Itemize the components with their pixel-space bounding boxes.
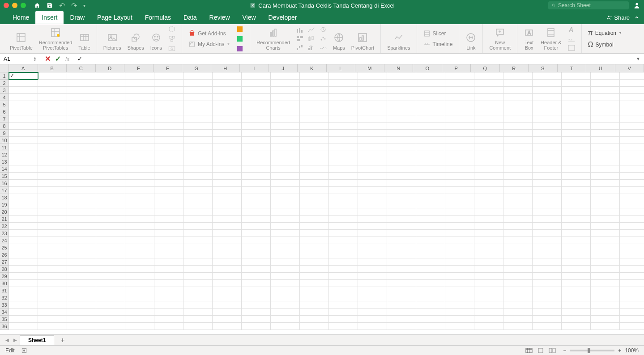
cell[interactable] (300, 237, 329, 244)
cell[interactable] (591, 158, 620, 165)
cell[interactable] (213, 158, 242, 165)
cell[interactable] (154, 266, 183, 273)
cell[interactable] (154, 165, 183, 173)
row-header[interactable]: 6 (0, 108, 9, 115)
cell[interactable] (503, 294, 533, 301)
cell[interactable] (358, 244, 387, 251)
cell[interactable] (503, 273, 533, 280)
cell[interactable] (387, 80, 416, 87)
cell[interactable] (503, 137, 533, 144)
cell[interactable] (387, 258, 416, 266)
cell[interactable] (533, 230, 562, 237)
cell[interactable] (96, 309, 125, 316)
cell[interactable] (242, 208, 271, 216)
cell[interactable] (271, 130, 300, 137)
cell[interactable] (562, 223, 591, 230)
column-header[interactable]: F (154, 64, 183, 72)
cell[interactable] (591, 323, 620, 330)
cell[interactable] (9, 201, 38, 208)
cell[interactable] (9, 258, 38, 266)
cell[interactable] (96, 251, 125, 258)
cell[interactable] (125, 194, 154, 201)
cell[interactable] (96, 115, 125, 123)
cell[interactable] (154, 187, 183, 194)
cell[interactable] (387, 237, 416, 244)
cell[interactable] (38, 151, 67, 158)
cell[interactable] (96, 301, 125, 309)
cell[interactable] (503, 72, 533, 80)
cell[interactable] (503, 151, 533, 158)
cell[interactable] (503, 101, 533, 108)
cell[interactable] (9, 223, 38, 230)
cell[interactable] (242, 301, 271, 309)
cell[interactable]: ✓ (9, 72, 38, 80)
cell[interactable] (67, 180, 96, 187)
cell[interactable] (591, 94, 620, 101)
cell[interactable] (125, 223, 154, 230)
add-sheet-button[interactable]: + (55, 336, 70, 344)
cell[interactable] (591, 151, 620, 158)
cell[interactable] (445, 280, 474, 287)
cell[interactable] (213, 230, 242, 237)
cell[interactable] (213, 80, 242, 87)
cell[interactable] (416, 266, 445, 273)
cell[interactable] (242, 130, 271, 137)
cell[interactable] (445, 165, 474, 173)
cell[interactable] (96, 137, 125, 144)
cell[interactable] (242, 294, 271, 301)
cell[interactable] (562, 72, 591, 80)
cell[interactable] (474, 237, 503, 244)
cell[interactable] (96, 101, 125, 108)
cell[interactable] (271, 244, 300, 251)
cell[interactable] (358, 316, 387, 323)
cell[interactable] (591, 87, 620, 94)
row-header[interactable]: 27 (0, 258, 9, 266)
header-footer-button[interactable]: Header & Footer (539, 25, 563, 51)
cell[interactable] (96, 194, 125, 201)
cell[interactable] (329, 108, 358, 115)
cell[interactable] (620, 173, 644, 180)
my-addins-button[interactable]: My Add-ins▼ (187, 40, 232, 49)
cell[interactable] (96, 287, 125, 294)
cell[interactable] (416, 309, 445, 316)
row-header[interactable]: 3 (0, 87, 9, 94)
pictures-button[interactable]: Pictures (102, 25, 123, 51)
cell[interactable] (9, 216, 38, 223)
cell[interactable] (38, 244, 67, 251)
cell[interactable] (474, 158, 503, 165)
cell[interactable] (271, 237, 300, 244)
cell[interactable] (329, 72, 358, 80)
cell[interactable] (620, 180, 644, 187)
cell[interactable] (67, 251, 96, 258)
tab-data[interactable]: Data (177, 11, 203, 24)
cell[interactable] (271, 151, 300, 158)
cell[interactable] (125, 201, 154, 208)
cell[interactable] (387, 230, 416, 237)
cell[interactable] (445, 208, 474, 216)
cell[interactable] (154, 237, 183, 244)
cell[interactable] (329, 230, 358, 237)
cell[interactable] (387, 180, 416, 187)
cell[interactable] (591, 301, 620, 309)
cell[interactable] (591, 294, 620, 301)
cell[interactable] (562, 115, 591, 123)
cell[interactable] (620, 208, 644, 216)
cell[interactable] (387, 151, 416, 158)
cell[interactable] (329, 158, 358, 165)
cell[interactable] (416, 301, 445, 309)
cell[interactable] (358, 266, 387, 273)
cell[interactable] (213, 94, 242, 101)
column-header[interactable]: G (182, 64, 211, 72)
text-box-button[interactable]: A Text Box (522, 25, 536, 51)
cell[interactable] (562, 173, 591, 180)
cell[interactable] (183, 230, 213, 237)
cell[interactable] (154, 94, 183, 101)
cell[interactable] (591, 223, 620, 230)
cell[interactable] (38, 115, 67, 123)
cell[interactable] (242, 216, 271, 223)
cell[interactable] (300, 137, 329, 144)
cell[interactable] (183, 273, 213, 280)
cell[interactable] (503, 216, 533, 223)
cell[interactable] (533, 244, 562, 251)
cell[interactable] (533, 94, 562, 101)
